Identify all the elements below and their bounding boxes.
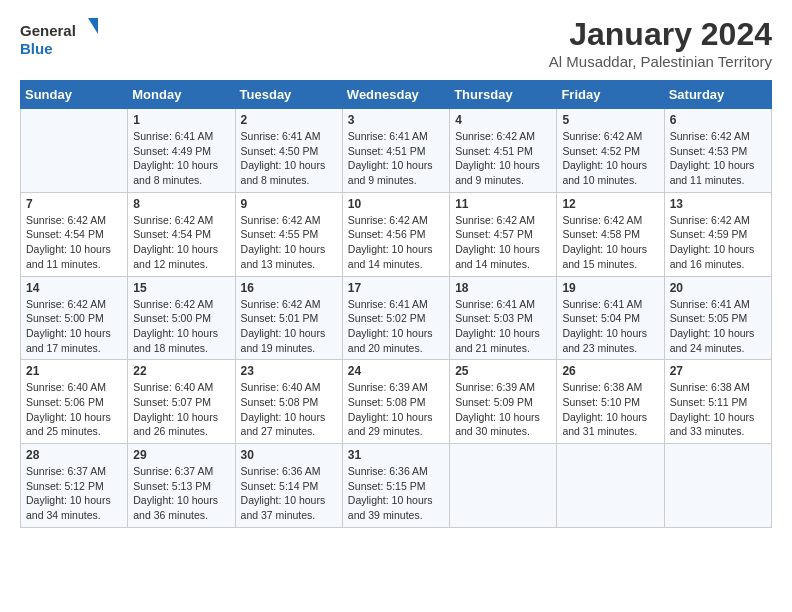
day-info: Sunrise: 6:42 AM Sunset: 4:54 PM Dayligh… (26, 213, 122, 272)
day-info: Sunrise: 6:39 AM Sunset: 5:08 PM Dayligh… (348, 380, 444, 439)
day-info: Sunrise: 6:37 AM Sunset: 5:12 PM Dayligh… (26, 464, 122, 523)
day-info: Sunrise: 6:41 AM Sunset: 4:49 PM Dayligh… (133, 129, 229, 188)
calendar-cell: 1Sunrise: 6:41 AM Sunset: 4:49 PM Daylig… (128, 109, 235, 193)
day-number: 3 (348, 113, 444, 127)
day-info: Sunrise: 6:41 AM Sunset: 5:05 PM Dayligh… (670, 297, 766, 356)
calendar-cell: 7Sunrise: 6:42 AM Sunset: 4:54 PM Daylig… (21, 192, 128, 276)
calendar-cell: 27Sunrise: 6:38 AM Sunset: 5:11 PM Dayli… (664, 360, 771, 444)
weekday-header-friday: Friday (557, 81, 664, 109)
day-info: Sunrise: 6:42 AM Sunset: 4:52 PM Dayligh… (562, 129, 658, 188)
day-info: Sunrise: 6:42 AM Sunset: 4:58 PM Dayligh… (562, 213, 658, 272)
calendar-cell: 11Sunrise: 6:42 AM Sunset: 4:57 PM Dayli… (450, 192, 557, 276)
day-number: 4 (455, 113, 551, 127)
calendar-cell: 21Sunrise: 6:40 AM Sunset: 5:06 PM Dayli… (21, 360, 128, 444)
day-info: Sunrise: 6:40 AM Sunset: 5:07 PM Dayligh… (133, 380, 229, 439)
header: General Blue January 2024 Al Musaddar, P… (20, 16, 772, 70)
calendar-cell (450, 444, 557, 528)
calendar-cell: 29Sunrise: 6:37 AM Sunset: 5:13 PM Dayli… (128, 444, 235, 528)
day-number: 7 (26, 197, 122, 211)
calendar-cell: 3Sunrise: 6:41 AM Sunset: 4:51 PM Daylig… (342, 109, 449, 193)
day-info: Sunrise: 6:36 AM Sunset: 5:15 PM Dayligh… (348, 464, 444, 523)
calendar-cell: 16Sunrise: 6:42 AM Sunset: 5:01 PM Dayli… (235, 276, 342, 360)
day-number: 20 (670, 281, 766, 295)
day-number: 12 (562, 197, 658, 211)
day-number: 31 (348, 448, 444, 462)
calendar-cell: 12Sunrise: 6:42 AM Sunset: 4:58 PM Dayli… (557, 192, 664, 276)
day-number: 13 (670, 197, 766, 211)
calendar-cell: 20Sunrise: 6:41 AM Sunset: 5:05 PM Dayli… (664, 276, 771, 360)
logo: General Blue (20, 16, 100, 61)
calendar-cell: 19Sunrise: 6:41 AM Sunset: 5:04 PM Dayli… (557, 276, 664, 360)
calendar-cell: 31Sunrise: 6:36 AM Sunset: 5:15 PM Dayli… (342, 444, 449, 528)
day-number: 5 (562, 113, 658, 127)
weekday-header-monday: Monday (128, 81, 235, 109)
weekday-header-wednesday: Wednesday (342, 81, 449, 109)
day-info: Sunrise: 6:39 AM Sunset: 5:09 PM Dayligh… (455, 380, 551, 439)
week-row-2: 14Sunrise: 6:42 AM Sunset: 5:00 PM Dayli… (21, 276, 772, 360)
day-info: Sunrise: 6:36 AM Sunset: 5:14 PM Dayligh… (241, 464, 337, 523)
calendar-cell: 17Sunrise: 6:41 AM Sunset: 5:02 PM Dayli… (342, 276, 449, 360)
day-info: Sunrise: 6:42 AM Sunset: 5:00 PM Dayligh… (133, 297, 229, 356)
calendar-cell: 4Sunrise: 6:42 AM Sunset: 4:51 PM Daylig… (450, 109, 557, 193)
day-number: 28 (26, 448, 122, 462)
day-number: 19 (562, 281, 658, 295)
day-number: 2 (241, 113, 337, 127)
week-row-4: 28Sunrise: 6:37 AM Sunset: 5:12 PM Dayli… (21, 444, 772, 528)
calendar-cell: 13Sunrise: 6:42 AM Sunset: 4:59 PM Dayli… (664, 192, 771, 276)
calendar-cell: 14Sunrise: 6:42 AM Sunset: 5:00 PM Dayli… (21, 276, 128, 360)
day-number: 11 (455, 197, 551, 211)
weekday-header-tuesday: Tuesday (235, 81, 342, 109)
day-number: 8 (133, 197, 229, 211)
calendar-cell: 24Sunrise: 6:39 AM Sunset: 5:08 PM Dayli… (342, 360, 449, 444)
day-info: Sunrise: 6:42 AM Sunset: 4:59 PM Dayligh… (670, 213, 766, 272)
day-number: 10 (348, 197, 444, 211)
calendar-cell (557, 444, 664, 528)
calendar-cell: 8Sunrise: 6:42 AM Sunset: 4:54 PM Daylig… (128, 192, 235, 276)
week-row-0: 1Sunrise: 6:41 AM Sunset: 4:49 PM Daylig… (21, 109, 772, 193)
day-number: 17 (348, 281, 444, 295)
day-info: Sunrise: 6:41 AM Sunset: 5:02 PM Dayligh… (348, 297, 444, 356)
weekday-header-sunday: Sunday (21, 81, 128, 109)
day-number: 24 (348, 364, 444, 378)
day-number: 30 (241, 448, 337, 462)
calendar-cell: 28Sunrise: 6:37 AM Sunset: 5:12 PM Dayli… (21, 444, 128, 528)
day-info: Sunrise: 6:38 AM Sunset: 5:11 PM Dayligh… (670, 380, 766, 439)
logo-svg: General Blue (20, 16, 100, 61)
day-info: Sunrise: 6:42 AM Sunset: 4:54 PM Dayligh… (133, 213, 229, 272)
day-info: Sunrise: 6:42 AM Sunset: 5:00 PM Dayligh… (26, 297, 122, 356)
calendar-cell: 5Sunrise: 6:42 AM Sunset: 4:52 PM Daylig… (557, 109, 664, 193)
day-number: 25 (455, 364, 551, 378)
svg-marker-2 (88, 18, 98, 34)
calendar-cell (21, 109, 128, 193)
svg-text:General: General (20, 22, 76, 39)
day-number: 6 (670, 113, 766, 127)
day-info: Sunrise: 6:42 AM Sunset: 4:53 PM Dayligh… (670, 129, 766, 188)
calendar-cell: 9Sunrise: 6:42 AM Sunset: 4:55 PM Daylig… (235, 192, 342, 276)
calendar-cell: 22Sunrise: 6:40 AM Sunset: 5:07 PM Dayli… (128, 360, 235, 444)
calendar-cell: 15Sunrise: 6:42 AM Sunset: 5:00 PM Dayli… (128, 276, 235, 360)
calendar-cell: 23Sunrise: 6:40 AM Sunset: 5:08 PM Dayli… (235, 360, 342, 444)
day-info: Sunrise: 6:38 AM Sunset: 5:10 PM Dayligh… (562, 380, 658, 439)
day-number: 1 (133, 113, 229, 127)
day-number: 9 (241, 197, 337, 211)
day-number: 29 (133, 448, 229, 462)
day-info: Sunrise: 6:42 AM Sunset: 4:56 PM Dayligh… (348, 213, 444, 272)
calendar-cell: 25Sunrise: 6:39 AM Sunset: 5:09 PM Dayli… (450, 360, 557, 444)
day-number: 27 (670, 364, 766, 378)
weekday-header-row: SundayMondayTuesdayWednesdayThursdayFrid… (21, 81, 772, 109)
calendar-cell: 18Sunrise: 6:41 AM Sunset: 5:03 PM Dayli… (450, 276, 557, 360)
calendar-cell (664, 444, 771, 528)
week-row-3: 21Sunrise: 6:40 AM Sunset: 5:06 PM Dayli… (21, 360, 772, 444)
calendar-cell: 30Sunrise: 6:36 AM Sunset: 5:14 PM Dayli… (235, 444, 342, 528)
title-area: January 2024 Al Musaddar, Palestinian Te… (549, 16, 772, 70)
day-info: Sunrise: 6:42 AM Sunset: 5:01 PM Dayligh… (241, 297, 337, 356)
weekday-header-saturday: Saturday (664, 81, 771, 109)
day-info: Sunrise: 6:37 AM Sunset: 5:13 PM Dayligh… (133, 464, 229, 523)
day-info: Sunrise: 6:41 AM Sunset: 5:03 PM Dayligh… (455, 297, 551, 356)
day-number: 21 (26, 364, 122, 378)
day-info: Sunrise: 6:42 AM Sunset: 4:55 PM Dayligh… (241, 213, 337, 272)
day-info: Sunrise: 6:42 AM Sunset: 4:57 PM Dayligh… (455, 213, 551, 272)
month-title: January 2024 (549, 16, 772, 53)
calendar-cell: 10Sunrise: 6:42 AM Sunset: 4:56 PM Dayli… (342, 192, 449, 276)
day-number: 16 (241, 281, 337, 295)
